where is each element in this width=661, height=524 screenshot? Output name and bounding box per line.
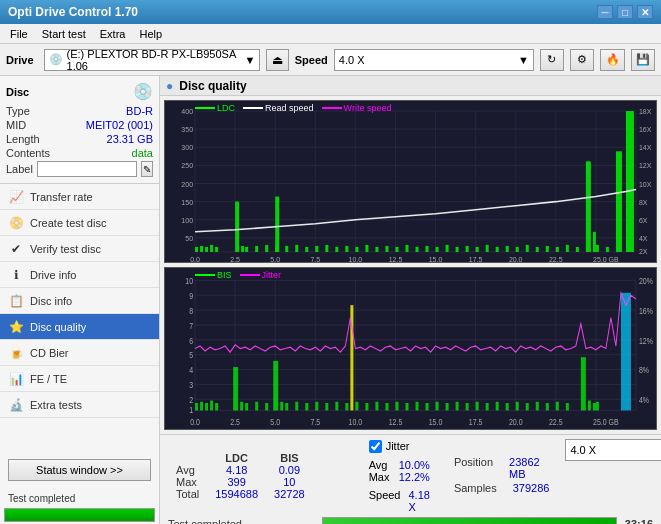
svg-rect-135: [305, 403, 308, 410]
svg-rect-45: [395, 247, 398, 252]
svg-rect-22: [195, 247, 198, 252]
svg-rect-66: [596, 245, 599, 252]
svg-rect-149: [446, 403, 449, 410]
speed-selector[interactable]: 4.0 X ▼: [334, 49, 534, 71]
svg-text:16X: 16X: [639, 126, 652, 133]
sidebar-item-drive-info[interactable]: ℹ Drive info: [0, 262, 159, 288]
row-label-avg: Avg: [168, 464, 207, 476]
jitter-stats: Avg 10.0% Max 12.2%: [369, 459, 430, 483]
svg-rect-60: [546, 246, 549, 252]
menu-help[interactable]: Help: [133, 26, 168, 42]
menu-start-test[interactable]: Start test: [36, 26, 92, 42]
svg-rect-144: [395, 402, 398, 411]
write-speed-color: [322, 107, 342, 109]
total-bis: 32728: [266, 488, 313, 500]
disc-label-edit-button[interactable]: ✎: [141, 161, 153, 177]
jitter-label-text: Jitter: [386, 440, 410, 452]
svg-rect-42: [365, 245, 368, 252]
drive-selector[interactable]: 💿 (E:) PLEXTOR BD-R PX-LB950SA 1.06 ▼: [44, 49, 261, 71]
top-chart-legend: LDC Read speed Write speed: [195, 103, 391, 113]
svg-rect-162: [581, 357, 586, 410]
disc-panel: Disc 💿 Type BD-R MID MEIT02 (001) Length…: [0, 76, 159, 184]
speed-selector-row: 4.0 X ▼: [565, 439, 661, 461]
speed-dropdown[interactable]: 4.0 X ▼: [565, 439, 661, 461]
svg-rect-154: [496, 402, 499, 411]
sidebar-label-drive-info: Drive info: [30, 269, 76, 281]
svg-rect-56: [506, 246, 509, 252]
svg-rect-141: [365, 403, 368, 410]
create-test-disc-icon: 📀: [8, 215, 24, 231]
svg-text:20%: 20%: [639, 276, 653, 286]
bis-color: [195, 274, 215, 276]
svg-text:25.0 GB: 25.0 GB: [593, 418, 619, 428]
menu-extra[interactable]: Extra: [94, 26, 132, 42]
svg-text:2: 2: [189, 395, 193, 405]
close-button[interactable]: ✕: [637, 5, 653, 19]
svg-rect-134: [295, 402, 298, 411]
jitter-checkbox-row[interactable]: Jitter: [369, 440, 430, 453]
sidebar-item-transfer-rate[interactable]: 📈 Transfer rate: [0, 184, 159, 210]
svg-rect-48: [426, 246, 429, 252]
svg-rect-126: [233, 367, 238, 410]
svg-rect-27: [235, 202, 239, 252]
svg-rect-132: [280, 402, 283, 411]
sidebar-item-verify-test-disc[interactable]: ✔ Verify test disc: [0, 236, 159, 262]
svg-text:22.5: 22.5: [549, 418, 563, 428]
chart-title: Disc quality: [179, 79, 246, 93]
svg-text:8%: 8%: [639, 366, 649, 376]
sidebar-item-create-test-disc[interactable]: 📀 Create test disc: [0, 210, 159, 236]
disc-panel-title: Disc: [6, 86, 29, 98]
sidebar-item-cd-bier[interactable]: 🍺 CD Bier: [0, 340, 159, 366]
minimize-button[interactable]: ─: [597, 5, 613, 19]
jitter-checkbox[interactable]: [369, 440, 382, 453]
svg-rect-143: [385, 403, 388, 410]
svg-rect-29: [245, 247, 248, 252]
menu-file[interactable]: File: [4, 26, 34, 42]
disc-type-row: Type BD-R: [6, 105, 153, 117]
svg-text:12.5: 12.5: [389, 418, 403, 428]
svg-rect-58: [526, 245, 529, 252]
time-display: 33:16: [625, 518, 653, 524]
svg-rect-34: [295, 245, 298, 252]
svg-rect-164: [593, 403, 596, 410]
svg-rect-123: [205, 403, 208, 410]
top-chart-svg: 400 350 300 250 200 150 100 50 18X 16X 1…: [165, 101, 656, 262]
sidebar-item-extra-tests[interactable]: 🔬 Extra tests: [0, 392, 159, 418]
svg-rect-153: [486, 403, 489, 410]
svg-rect-61: [556, 247, 559, 252]
col-header-ldc: LDC: [207, 452, 266, 464]
stats-row: LDC BIS Avg 4.18 0.09: [168, 439, 653, 513]
svg-text:7.5: 7.5: [310, 418, 320, 428]
fe-te-icon: 📊: [8, 371, 24, 387]
eject-button[interactable]: ⏏: [266, 49, 288, 71]
bottom-status-text: Test completed: [168, 518, 314, 524]
svg-text:350: 350: [181, 126, 193, 133]
disc-label-input[interactable]: [37, 161, 137, 177]
svg-text:50: 50: [185, 235, 193, 242]
maximize-button[interactable]: □: [617, 5, 633, 19]
sidebar-item-disc-quality[interactable]: ⭐ Disc quality: [0, 314, 159, 340]
svg-rect-158: [536, 402, 539, 411]
svg-text:4%: 4%: [639, 395, 649, 405]
svg-rect-64: [586, 161, 591, 252]
settings-button[interactable]: ⚙: [570, 49, 594, 71]
svg-rect-55: [496, 247, 499, 252]
drive-label: Drive: [6, 54, 34, 66]
svg-rect-50: [446, 245, 449, 252]
svg-text:2.5: 2.5: [230, 418, 240, 428]
burn-button[interactable]: 🔥: [600, 49, 624, 71]
progress-bar-fill: [5, 509, 154, 521]
save-button[interactable]: 💾: [631, 49, 655, 71]
speed-stats: Speed 4.18 X: [369, 489, 430, 513]
svg-text:4: 4: [189, 366, 193, 376]
svg-rect-44: [385, 246, 388, 252]
sidebar-item-fe-te[interactable]: 📊 FE / TE: [0, 366, 159, 392]
svg-rect-49: [436, 247, 439, 252]
svg-text:10X: 10X: [639, 181, 652, 188]
status-window-button[interactable]: Status window >>: [8, 459, 151, 481]
sidebar-item-disc-info[interactable]: 📋 Disc info: [0, 288, 159, 314]
svg-rect-124: [210, 401, 213, 411]
refresh-button[interactable]: ↻: [540, 49, 564, 71]
svg-rect-161: [566, 403, 569, 410]
col-header-bis: BIS: [266, 452, 313, 464]
